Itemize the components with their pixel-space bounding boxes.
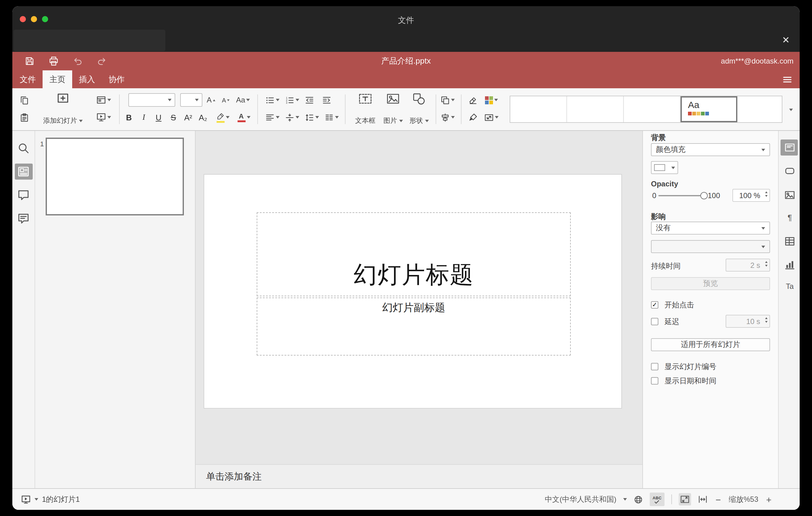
theme-gallery-expand-button[interactable]	[785, 103, 797, 117]
copy-button[interactable]	[17, 93, 31, 107]
increase-font-button[interactable]: A	[205, 93, 217, 107]
slide[interactable]: 幻灯片标题 幻灯片副标题	[204, 174, 622, 409]
duration-input[interactable]: 2 s	[726, 259, 770, 271]
textart-settings-icon[interactable]: Ta	[784, 282, 795, 291]
theme-tile[interactable]	[567, 96, 624, 122]
chevron-down-icon	[246, 99, 250, 101]
opacity-value-input[interactable]: 100 %	[732, 189, 770, 202]
show-slide-number-label: 显示幻灯片编号	[665, 362, 716, 372]
decrease-font-button[interactable]: A	[220, 93, 232, 107]
chat-icon[interactable]	[17, 212, 30, 225]
theme-tile[interactable]	[624, 96, 680, 122]
spinner-arrows[interactable]	[765, 317, 767, 323]
spellcheck-button[interactable]: ABC	[650, 492, 665, 506]
image-settings-icon[interactable]	[784, 190, 795, 201]
zoom-in-button[interactable]: +	[765, 494, 773, 505]
globe-icon[interactable]	[634, 495, 643, 504]
strikethrough-button[interactable]: S	[167, 111, 180, 124]
zoom-out-button[interactable]: −	[715, 494, 722, 505]
notes-area[interactable]: 单击添加备注	[196, 464, 642, 488]
background-fill-select[interactable]: 颜色填充	[651, 143, 770, 156]
chevron-down-icon[interactable]	[34, 498, 38, 500]
insert-shape-button[interactable]: 形状	[407, 91, 431, 128]
paste-button[interactable]	[17, 111, 31, 124]
menu-icon[interactable]	[782, 75, 792, 85]
fit-slide-button[interactable]	[679, 493, 691, 506]
bullet-list-button[interactable]	[263, 93, 281, 107]
underline-button[interactable]: U	[152, 111, 165, 124]
preview-button[interactable]: 预览	[651, 277, 770, 290]
subscript-button[interactable]: A₂	[196, 111, 210, 124]
superscript-button[interactable]: A²	[181, 111, 195, 124]
font-name-combo[interactable]	[128, 93, 175, 107]
color-swatch	[654, 164, 665, 171]
slide-layout-button[interactable]	[94, 93, 113, 107]
theme-tile[interactable]	[510, 96, 567, 122]
bold-button[interactable]: B	[122, 111, 136, 124]
slide-settings-icon[interactable]	[784, 142, 795, 153]
start-slideshow-footer-icon[interactable]	[21, 494, 31, 504]
show-slide-number-checkbox[interactable]	[651, 363, 658, 370]
horizontal-align-button[interactable]	[263, 111, 281, 124]
spinner-arrows[interactable]	[765, 261, 767, 267]
slide-editor: 幻灯片标题 幻灯片副标题 单击添加备注	[196, 131, 642, 488]
opacity-slider-knob[interactable]	[700, 192, 708, 199]
font-size-combo[interactable]	[180, 93, 202, 107]
align-shapes-button[interactable]	[438, 111, 457, 124]
title-placeholder[interactable]: 幻灯片标题	[257, 212, 571, 296]
comments-icon[interactable]	[17, 189, 30, 201]
tab-collaboration[interactable]: 协作	[102, 70, 132, 88]
insert-textbox-button[interactable]: 文本框	[351, 91, 379, 128]
transition-effect-select[interactable]: 没有	[651, 222, 770, 234]
tab-insert[interactable]: 插入	[72, 70, 102, 88]
slides-panel-icon[interactable]	[17, 165, 30, 178]
highlight-color-button[interactable]	[213, 111, 232, 124]
delay-input[interactable]: 10 s	[726, 315, 770, 328]
transition-variant-select[interactable]	[651, 240, 770, 253]
columns-button[interactable]	[323, 111, 340, 124]
subtitle-placeholder[interactable]: 幻灯片副标题	[257, 297, 571, 355]
numbered-list-button[interactable]: 123	[283, 93, 300, 107]
slide-thumbnail[interactable]	[46, 138, 184, 216]
arrange-shapes-button[interactable]	[438, 93, 457, 107]
spinner-arrows[interactable]	[765, 191, 767, 197]
search-icon[interactable]	[17, 142, 30, 154]
opacity-slider-track[interactable]	[658, 195, 705, 196]
italic-button[interactable]: I	[137, 111, 150, 124]
language-label[interactable]: 中文(中华人民共和国)	[545, 494, 616, 505]
clear-style-button[interactable]	[466, 93, 479, 107]
shape-settings-icon[interactable]	[784, 165, 795, 176]
delay-checkbox[interactable]	[651, 318, 658, 325]
copy-style-button[interactable]	[466, 111, 479, 124]
font-color-button[interactable]: A	[234, 111, 253, 124]
fit-width-icon[interactable]	[698, 494, 708, 504]
color-scheme-button[interactable]	[481, 93, 501, 107]
toolbar-separator	[257, 94, 258, 124]
chart-settings-icon[interactable]	[784, 259, 795, 270]
screen: 文件 ✕ 产品介绍.pptx adm***@dootask.com 文件 主页 …	[0, 0, 812, 516]
apply-to-all-slides-button[interactable]: 适用于所有幻灯片	[651, 338, 770, 351]
theme-tile[interactable]	[737, 96, 782, 122]
line-spacing-button[interactable]	[303, 111, 320, 124]
table-settings-icon[interactable]	[784, 236, 795, 247]
chevron-down-icon	[226, 116, 229, 118]
vertical-align-button[interactable]	[283, 111, 300, 124]
check-icon	[654, 500, 660, 503]
start-slideshow-button[interactable]	[94, 111, 113, 124]
start-on-click-checkbox[interactable]: ✓	[651, 301, 658, 309]
insert-image-button[interactable]: 图片	[381, 91, 405, 128]
theme-tile-selected[interactable]: Aa	[680, 96, 737, 122]
chevron-down-icon[interactable]	[623, 498, 627, 500]
background-color-picker[interactable]	[651, 161, 678, 174]
tab-home[interactable]: 主页	[42, 70, 72, 88]
close-dialog-button[interactable]: ✕	[782, 35, 790, 45]
tab-file[interactable]: 文件	[13, 70, 42, 88]
add-slide-button[interactable]: 添加幻灯片	[42, 91, 84, 128]
increase-indent-button[interactable]	[320, 93, 332, 107]
paragraph-settings-icon[interactable]: ¶	[784, 213, 795, 222]
decrease-indent-button[interactable]	[303, 93, 315, 107]
decrease-indent-icon	[304, 95, 314, 105]
slide-size-button[interactable]	[481, 111, 501, 124]
show-date-time-checkbox[interactable]	[651, 377, 658, 384]
change-case-button[interactable]: Aa	[234, 93, 252, 107]
